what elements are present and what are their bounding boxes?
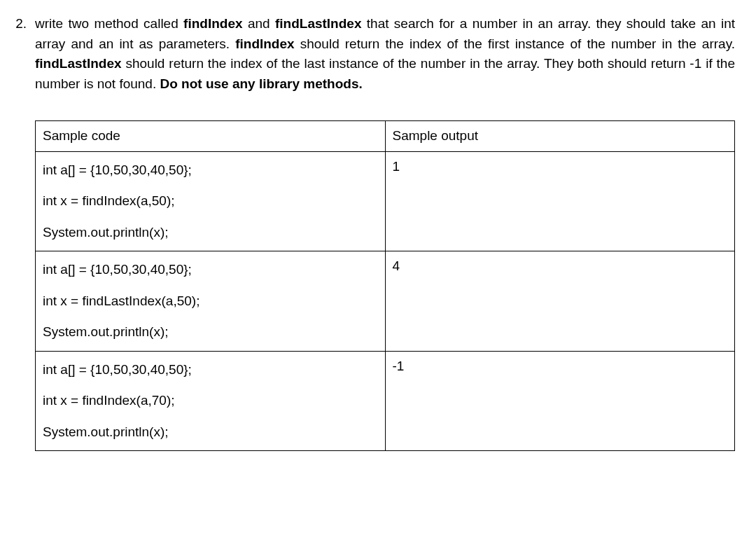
method-name-findindex: findIndex xyxy=(183,16,242,31)
text-part: and xyxy=(243,16,275,31)
header-code: Sample code xyxy=(36,121,386,152)
text-emphasis: Do not use any library methods. xyxy=(160,76,363,91)
code-cell: int a[] = {10,50,30,40,50}; int x = find… xyxy=(36,351,386,451)
code-line: System.out.println(x); xyxy=(43,322,378,342)
question-number: 2. xyxy=(0,14,35,34)
text-part: should return the index of the first ins… xyxy=(295,36,735,51)
sample-table: Sample code Sample output int a[] = {10,… xyxy=(35,120,735,451)
output-cell: -1 xyxy=(385,351,735,451)
code-line: int x = findIndex(a,50); xyxy=(43,191,378,212)
code-cell: int a[] = {10,50,30,40,50}; int x = find… xyxy=(36,151,386,251)
table-row: int a[] = {10,50,30,40,50}; int x = find… xyxy=(36,251,735,352)
question-container: 2. write two method called findIndex and… xyxy=(0,14,735,451)
question-body: write two method called findIndex and fi… xyxy=(35,14,735,451)
method-name-findindex: findIndex xyxy=(235,36,294,51)
question-text: write two method called findIndex and fi… xyxy=(35,14,735,94)
code-line: int a[] = {10,50,30,40,50}; xyxy=(43,160,378,181)
header-output: Sample output xyxy=(385,121,735,152)
table-header-row: Sample code Sample output xyxy=(36,121,735,152)
table-row: int a[] = {10,50,30,40,50}; int x = find… xyxy=(36,351,735,451)
code-line: System.out.println(x); xyxy=(43,223,378,243)
output-cell: 1 xyxy=(385,151,735,251)
method-name-findlastindex: findLastIndex xyxy=(275,16,362,31)
code-line: int a[] = {10,50,30,40,50}; xyxy=(43,360,378,380)
method-name-findlastindex: findLastIndex xyxy=(35,56,122,71)
code-line: int x = findLastIndex(a,50); xyxy=(43,291,378,312)
code-line: int a[] = {10,50,30,40,50}; xyxy=(43,260,378,280)
code-line: System.out.println(x); xyxy=(43,422,378,443)
code-line: int x = findIndex(a,70); xyxy=(43,391,378,411)
code-cell: int a[] = {10,50,30,40,50}; int x = find… xyxy=(36,251,386,352)
table-row: int a[] = {10,50,30,40,50}; int x = find… xyxy=(36,151,735,251)
output-cell: 4 xyxy=(385,251,735,352)
text-part: should return the index of the last inst… xyxy=(35,56,735,91)
text-part: write two method called xyxy=(35,16,183,31)
